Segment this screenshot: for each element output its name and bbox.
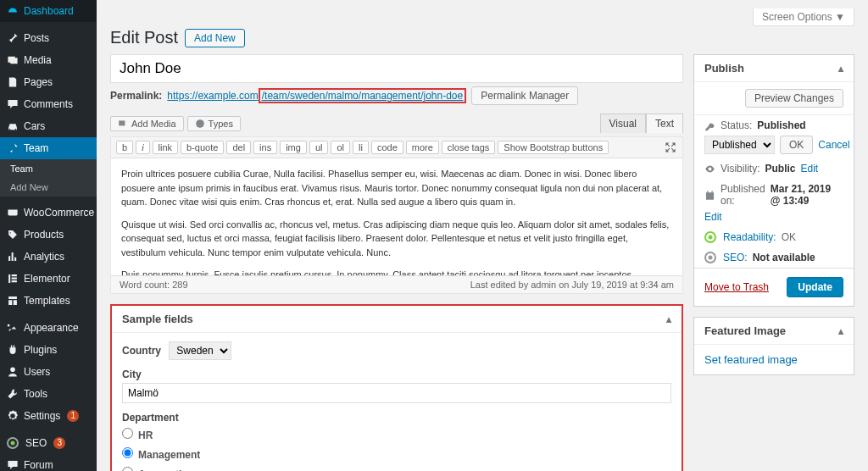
woocommerce-icon [7,207,19,219]
sidebar-item-elementor[interactable]: Elementor [0,268,97,290]
quicktags-toolbar: b i link b-quote del ins img ul ol li co… [111,137,682,158]
sample-fields-header[interactable]: Sample fields▴ [112,306,682,333]
qt-ul[interactable]: ul [309,141,329,154]
template-icon [7,295,19,307]
sample-fields-metabox: Sample fields▴ Country Sweden City Depar… [110,304,683,471]
plugin-icon [7,344,19,356]
featured-image-header[interactable]: Featured Image▴ [694,318,854,345]
sidebar-item-media[interactable]: Media [0,49,97,71]
editor-tab-visual[interactable]: Visual [600,114,646,133]
sidebar-item-templates[interactable]: Templates [0,290,97,312]
date-row: Published on: Mar 21, 2019 @ 13:49 [694,179,854,211]
qt-i[interactable]: i [136,141,149,154]
qt-b[interactable]: b [116,141,133,154]
add-new-button[interactable]: Add New [185,29,245,47]
post-title-input[interactable] [110,54,683,83]
media-icon [7,54,19,66]
svg-point-0 [196,119,204,128]
calendar-icon [704,190,715,201]
sidebar-item-appearance[interactable]: Appearance [0,317,97,339]
types-button[interactable]: Types [187,116,241,131]
department-radio-management[interactable]: Management [122,446,666,463]
qt-img[interactable]: img [280,141,307,154]
yoast-seo-icon [704,252,716,263]
yoast-readability-icon [704,231,716,243]
qt-bootstrap[interactable]: Show Bootstrap buttons [498,141,609,154]
sidebar-item-pages[interactable]: Pages [0,71,97,93]
qt-bquote[interactable]: b-quote [181,141,224,154]
preview-changes-button[interactable]: Preview Changes [745,89,843,108]
visibility-edit-link[interactable]: Edit [800,163,818,175]
qt-code[interactable]: code [371,141,403,154]
sidebar-item-settings[interactable]: Settings1 [0,405,97,427]
elementor-icon [7,273,19,285]
permalink-manager-button[interactable]: Permalink Manager [471,86,578,105]
sidebar-item-dashboard[interactable]: Dashboard [0,0,97,22]
seo-row: SEO: Not available [694,247,854,268]
gear-icon [7,410,19,422]
qt-link[interactable]: link [153,141,179,154]
screen-options-toggle[interactable]: Screen Options ▼ [753,8,854,26]
status-select[interactable]: Published [704,136,775,154]
city-input[interactable] [122,383,671,403]
publish-metabox: Publish▴ Preview Changes Status: Publish… [693,54,854,307]
fullscreen-icon[interactable] [664,141,677,154]
editor-tab-text[interactable]: Text [646,114,683,133]
word-count: Word count: 289 [120,280,188,290]
sidebar-item-users[interactable]: Users [0,361,97,383]
sidebar-submenu: Team Add New [0,159,97,197]
sidebar-item-posts[interactable]: Posts [0,27,97,49]
car-icon [7,120,19,132]
qt-closetags[interactable]: close tags [442,141,496,154]
forum-icon [7,459,19,471]
publish-header[interactable]: Publish▴ [694,55,854,82]
sidebar-item-cars[interactable]: Cars [0,115,97,137]
status-ok-button[interactable]: OK [780,136,813,154]
qt-ol[interactable]: ol [331,141,350,154]
appearance-icon [7,322,19,334]
sidebar-item-forum[interactable]: Forum [0,454,97,471]
last-edited: Last edited by admin on July 19, 2019 at… [470,280,674,290]
editor: b i link b-quote del ins img ul ol li co… [110,136,683,294]
set-featured-image-link[interactable]: Set featured image [704,353,798,366]
sidebar-sub-add-new[interactable]: Add New [0,178,97,197]
eye-icon [704,163,715,175]
dashboard-icon [7,5,19,17]
sidebar-item-team[interactable]: Team [0,137,97,159]
qt-li[interactable]: li [353,141,369,154]
date-edit-link[interactable]: Edit [704,211,722,223]
move-to-trash-link[interactable]: Move to Trash [704,281,769,293]
editor-textarea[interactable]: Proin ultrices posuere cubilia Curae, Nu… [111,158,682,275]
update-button[interactable]: Update [787,277,843,297]
sidebar-sub-team[interactable]: Team [0,159,97,178]
sidebar-item-analytics[interactable]: Analytics [0,246,97,268]
seo-link[interactable]: SEO: [723,252,748,263]
product-icon [7,229,19,241]
sidebar-item-tools[interactable]: Tools [0,383,97,405]
qt-del[interactable]: del [226,141,251,154]
collapse-icon: ▴ [838,325,843,337]
settings-badge: 1 [67,410,79,422]
sidebar-item-products[interactable]: Products [0,224,97,246]
page-icon [7,76,19,88]
sidebar-item-comments[interactable]: Comments [0,93,97,115]
status-row: Status: Published [694,115,854,136]
qt-more[interactable]: more [406,141,439,154]
chart-icon [7,251,19,263]
sidebar-item-seo[interactable]: SEO3 [0,432,97,454]
sidebar-item-woocommerce[interactable]: WooCommerce [0,202,97,224]
readability-link[interactable]: Readability: [723,231,776,243]
permalink-row: Permalink: https://example.com/team/swed… [110,86,683,105]
seo-badge: 3 [53,437,65,449]
collapse-icon: ▴ [666,313,671,325]
department-radio-accounting[interactable]: Accounting [122,465,666,471]
qt-ins[interactable]: ins [253,141,277,154]
status-cancel-link[interactable]: Cancel [818,139,849,151]
country-select[interactable]: Sweden [169,341,231,360]
page-title: Edit Post [110,28,178,47]
department-radio-hr[interactable]: HR [122,426,666,443]
pin-icon [7,32,19,44]
sidebar-item-plugins[interactable]: Plugins [0,339,97,361]
add-media-button[interactable]: Add Media [110,116,184,131]
permalink-url[interactable]: https://example.com/team/sweden/malmo/ma… [167,88,466,103]
